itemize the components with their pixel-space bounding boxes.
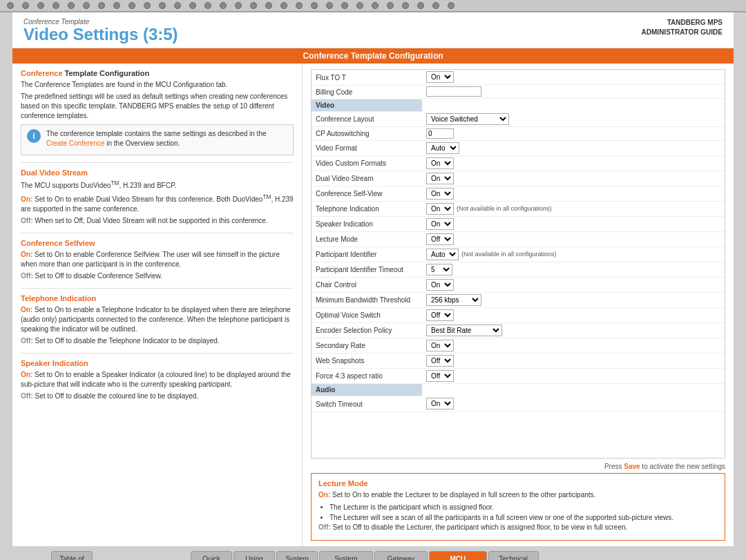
tab-system-status[interactable]: System Status — [276, 551, 318, 560]
table-row-audio-header: Audio — [312, 384, 725, 397]
binding-hole — [68, 2, 75, 9]
section-conference-template: Conference Template Configuration The Co… — [21, 69, 294, 155]
tab-technical[interactable]: Technical Descriptions — [488, 551, 539, 560]
section-title-speaker: Speaker Indication — [21, 359, 294, 367]
table-row: Video Format AutoCIF4CIF — [312, 141, 725, 156]
table-row: Dual Video Stream OnOff — [312, 171, 725, 186]
select-web-snapshots[interactable]: OffOn — [426, 355, 454, 367]
select-flux[interactable]: OnOff — [426, 71, 454, 83]
table-row: Switch Timeout OnOff — [312, 396, 725, 412]
binding-hole — [341, 2, 348, 9]
tab-using-mps[interactable]: Using the MPS — [233, 551, 275, 560]
list-item: The Lecturer will see a scan of all the … — [329, 512, 718, 523]
label-cp-autoswitching: CP Autoswitching — [312, 127, 422, 141]
input-cp-autoswitching[interactable] — [426, 128, 454, 139]
section-title-selfview: Conference Selfview — [21, 239, 294, 247]
label-conference-layout: Conference Layout — [312, 112, 422, 127]
select-force-ratio[interactable]: OffOn — [426, 370, 454, 382]
table-row: Flux TO T OnOff — [312, 70, 725, 85]
input-billing[interactable] — [426, 86, 481, 97]
binding-hole — [189, 2, 196, 9]
brand-line1: TANDBERG MPS — [642, 18, 723, 28]
binding-hole — [265, 2, 272, 9]
select-secondary-rate[interactable]: OnOff — [426, 340, 454, 351]
save-text-before: Press — [604, 463, 624, 470]
select-min-bw[interactable]: 256 kbps128 kbps384 kbps — [426, 294, 481, 306]
audio-section-label: Audio — [312, 384, 422, 396]
list-item: The Lecturer is the participant which is… — [329, 502, 718, 512]
label-speaker: Speaker Indication — [312, 217, 422, 232]
select-chair-control[interactable]: OnOff — [426, 279, 454, 291]
table-row: Participant Identifier AutoOnOff (Not av… — [312, 247, 725, 262]
table-row: Telephone Indication OnOff (Not availabl… — [312, 202, 725, 217]
para-selfview-2: Off: Set to Off to disable Conference Se… — [21, 271, 294, 281]
tab-quick-setup[interactable]: Quick Setup — [191, 551, 232, 560]
brand-line2: ADMINISTRATOR GUIDE — [642, 28, 723, 37]
note-participant-id: (Not available in all configurations) — [461, 251, 557, 258]
tab-system-config[interactable]: System Configuration — [319, 551, 372, 560]
divider — [21, 353, 294, 354]
select-telephone[interactable]: OnOff — [426, 203, 454, 215]
label-encoder-policy: Encoder Selection Policy — [312, 323, 422, 338]
label-participant-id: Participant Identifier — [312, 247, 422, 262]
binding-hole — [128, 2, 135, 9]
select-video-format[interactable]: AutoCIF4CIF — [426, 142, 459, 154]
page-header: Conference Template Video Settings (3:5)… — [12, 12, 734, 48]
binding-hole — [159, 2, 166, 9]
label-secondary-rate: Secondary Rate — [312, 338, 422, 354]
settings-table: Flux TO T OnOff Billing Code — [312, 70, 725, 412]
lecture-bullets: The Lecturer is the participant which is… — [329, 502, 718, 523]
tab-toc[interactable]: Table of Contents — [51, 551, 93, 560]
binding-hole — [98, 2, 105, 9]
section-selfview: Conference Selfview On: Set to On to ena… — [21, 239, 294, 281]
binding-hole — [311, 2, 318, 9]
lecture-para-off: Off: Set to Off to disable the Lecturer,… — [318, 523, 718, 532]
save-link[interactable]: Save — [624, 463, 640, 470]
select-switch-timeout[interactable]: OnOff — [426, 398, 454, 409]
select-participant-timeout[interactable]: 5101530 — [426, 264, 452, 276]
table-row: Video Custom Formats OnOff — [312, 156, 725, 171]
binding-hole — [144, 2, 151, 9]
tab-gateway-config[interactable]: Gateway Configuration — [374, 551, 428, 560]
label-flux: Flux TO T — [312, 70, 422, 85]
binding-hole — [448, 2, 455, 9]
select-conference-layout[interactable]: Voice SwitchedContinuous Presence — [426, 113, 509, 125]
select-conf-selfview[interactable]: OnOff — [426, 188, 454, 200]
label-chair-control: Chair Control — [312, 278, 422, 293]
select-optimal-voice[interactable]: OffOn — [426, 309, 454, 321]
info-icon: i — [27, 129, 41, 143]
select-participant-id[interactable]: AutoOnOff — [426, 249, 459, 260]
table-row: Billing Code — [312, 85, 725, 99]
table-row: Conference Layout Voice SwitchedContinuo… — [312, 112, 725, 127]
note-telephone: (Not available in all configurations) — [457, 205, 552, 212]
para-telephone-1: On: Set to On to enable a Telephone Indi… — [21, 305, 294, 334]
table-row: Lecture Mode OffOn — [312, 232, 725, 247]
lecture-mode-box: Lecture Mode On: Set to On to enable the… — [311, 473, 725, 541]
label-force-ratio: Force 4:3 aspect ratio — [312, 369, 422, 384]
table-row: Minimum Bandwidth Threshold 256 kbps128 … — [312, 293, 725, 308]
create-conference-link[interactable]: Create Conference — [46, 139, 105, 147]
select-video-custom[interactable]: OnOff — [426, 157, 454, 169]
binding-hole — [356, 2, 363, 9]
select-speaker[interactable]: OnOff — [426, 218, 454, 230]
section-speaker: Speaker Indication On: Set to On to enab… — [21, 359, 294, 401]
para-dual-3: Off: When set to Off, Dual Video Stream … — [21, 216, 294, 226]
label-telephone-indication: Telephone Indication — [312, 202, 422, 217]
select-encoder-policy[interactable]: Best Bit RateBest Resolution — [426, 325, 502, 336]
header-brand: TANDBERG MPS ADMINISTRATOR GUIDE — [642, 18, 723, 37]
select-dual-video[interactable]: OnOff — [426, 173, 454, 184]
left-panel: Conference Template Configuration The Co… — [12, 64, 303, 546]
divider — [21, 233, 294, 233]
divider — [21, 162, 294, 163]
label-video-format: Video Format — [312, 141, 422, 156]
tab-mcu-config[interactable]: MCU Configuration — [429, 551, 487, 560]
binding-hole — [250, 2, 257, 9]
label-optimal-voice: Optimal Voice Switch — [312, 308, 422, 323]
label-participant-timeout: Participant Identifier Timeout — [312, 262, 422, 278]
main-page: Conference Template Video Settings (3:5)… — [12, 12, 734, 546]
section-telephone: Telephone Indication On: Set to On to en… — [21, 294, 294, 346]
para-dual-2: On: Set to On to enable Dual Video Strea… — [21, 193, 294, 214]
para-speaker-2: Off: Set to Off to disable the coloured … — [21, 392, 294, 401]
label-min-bw: Minimum Bandwidth Threshold — [312, 293, 422, 308]
select-lecture-mode[interactable]: OffOn — [426, 233, 454, 245]
